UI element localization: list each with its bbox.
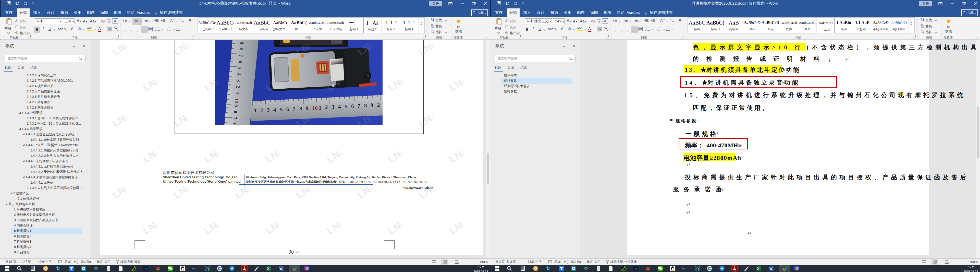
svg-text:3: 3 <box>267 107 270 113</box>
svg-text:3: 3 <box>624 21 625 23</box>
svg-text:6: 6 <box>351 103 354 109</box>
svg-text:A: A <box>591 19 593 23</box>
svg-text:6: 6 <box>286 106 289 112</box>
svg-text:xin: xin <box>192 267 195 270</box>
svg-text:10: 10 <box>312 105 318 111</box>
svg-text:9: 9 <box>306 105 309 111</box>
svg-text:Z: Z <box>670 21 671 22</box>
svg-text:ac: ac <box>921 26 924 28</box>
svg-text:K: K <box>708 267 710 270</box>
svg-text:6: 6 <box>238 61 243 63</box>
svg-text:ac: ac <box>431 26 434 28</box>
svg-text:X: X <box>757 267 759 270</box>
svg-text:5: 5 <box>345 104 348 110</box>
svg-text:2: 2 <box>325 104 328 110</box>
svg-text:1: 1 <box>319 105 321 111</box>
svg-text:8: 8 <box>299 106 302 112</box>
svg-text:1: 1 <box>254 107 257 114</box>
svg-text:5: 5 <box>280 107 283 113</box>
svg-text:2: 2 <box>260 107 263 114</box>
svg-text:2: 2 <box>235 86 241 88</box>
svg-text:A: A <box>101 19 103 23</box>
svg-text:10: 10 <box>234 98 239 103</box>
svg-text:3: 3 <box>144 21 145 23</box>
svg-text:4: 4 <box>338 104 341 110</box>
svg-text:3: 3 <box>332 104 334 110</box>
svg-text:3: 3 <box>134 21 135 23</box>
svg-text:2: 2 <box>377 102 380 108</box>
svg-text:9: 9 <box>371 102 373 108</box>
svg-text:Ps: Ps <box>634 267 637 270</box>
svg-text:W: W <box>280 267 283 270</box>
svg-text:Z: Z <box>180 21 181 22</box>
svg-text:Ps: Ps <box>144 267 147 270</box>
svg-text:4: 4 <box>273 107 276 113</box>
svg-text:7: 7 <box>358 103 360 109</box>
svg-text:X: X <box>267 267 269 270</box>
svg-text:3: 3 <box>236 80 241 82</box>
svg-text:9: 9 <box>234 104 239 107</box>
svg-text:1: 1 <box>235 92 240 94</box>
svg-text:W: W <box>770 267 773 270</box>
svg-text:K: K <box>218 267 220 270</box>
svg-text:8: 8 <box>233 111 239 114</box>
svg-text:7: 7 <box>293 106 296 112</box>
svg-text:4: 4 <box>236 73 242 75</box>
svg-text:3: 3 <box>634 21 635 23</box>
svg-text:5: 5 <box>237 67 242 69</box>
svg-text:8: 8 <box>364 102 367 109</box>
svg-text:xin: xin <box>682 267 685 270</box>
